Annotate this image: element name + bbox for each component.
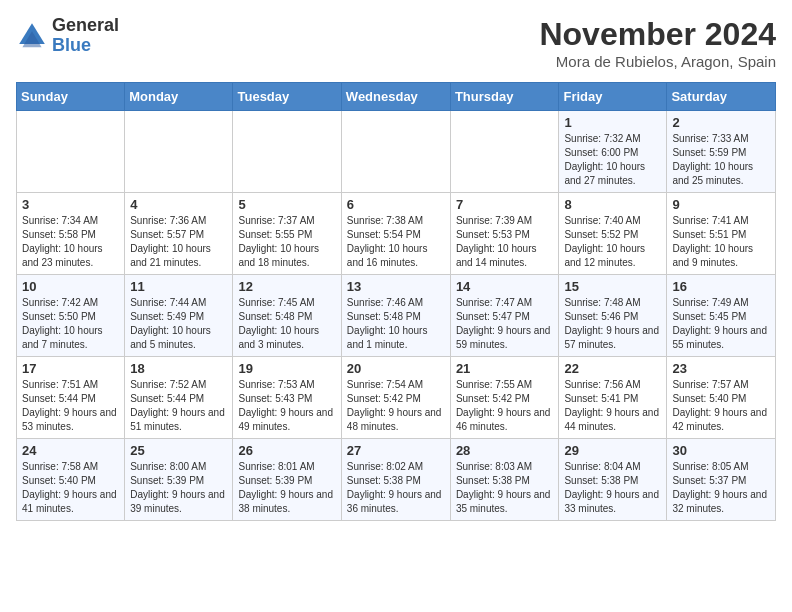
calendar-cell: 20Sunrise: 7:54 AM Sunset: 5:42 PM Dayli… (341, 357, 450, 439)
day-number: 21 (456, 361, 554, 376)
day-number: 19 (238, 361, 335, 376)
day-number: 3 (22, 197, 119, 212)
day-info: Sunrise: 7:33 AM Sunset: 5:59 PM Dayligh… (672, 132, 770, 188)
calendar-cell: 23Sunrise: 7:57 AM Sunset: 5:40 PM Dayli… (667, 357, 776, 439)
day-info: Sunrise: 7:45 AM Sunset: 5:48 PM Dayligh… (238, 296, 335, 352)
calendar-header: SundayMondayTuesdayWednesdayThursdayFrid… (17, 83, 776, 111)
day-number: 28 (456, 443, 554, 458)
day-info: Sunrise: 7:37 AM Sunset: 5:55 PM Dayligh… (238, 214, 335, 270)
day-info: Sunrise: 8:01 AM Sunset: 5:39 PM Dayligh… (238, 460, 335, 516)
day-number: 6 (347, 197, 445, 212)
logo: General Blue (16, 16, 119, 56)
day-number: 18 (130, 361, 227, 376)
day-info: Sunrise: 7:39 AM Sunset: 5:53 PM Dayligh… (456, 214, 554, 270)
calendar-cell: 22Sunrise: 7:56 AM Sunset: 5:41 PM Dayli… (559, 357, 667, 439)
calendar-cell: 3Sunrise: 7:34 AM Sunset: 5:58 PM Daylig… (17, 193, 125, 275)
calendar-cell: 19Sunrise: 7:53 AM Sunset: 5:43 PM Dayli… (233, 357, 341, 439)
weekday-header-sunday: Sunday (17, 83, 125, 111)
logo-general: General (52, 16, 119, 36)
day-number: 14 (456, 279, 554, 294)
day-info: Sunrise: 8:00 AM Sunset: 5:39 PM Dayligh… (130, 460, 227, 516)
day-number: 2 (672, 115, 770, 130)
weekday-header-row: SundayMondayTuesdayWednesdayThursdayFrid… (17, 83, 776, 111)
day-info: Sunrise: 7:38 AM Sunset: 5:54 PM Dayligh… (347, 214, 445, 270)
day-number: 22 (564, 361, 661, 376)
calendar-cell (125, 111, 233, 193)
calendar-cell: 24Sunrise: 7:58 AM Sunset: 5:40 PM Dayli… (17, 439, 125, 521)
calendar-cell: 21Sunrise: 7:55 AM Sunset: 5:42 PM Dayli… (450, 357, 559, 439)
weekday-header-saturday: Saturday (667, 83, 776, 111)
calendar-cell: 5Sunrise: 7:37 AM Sunset: 5:55 PM Daylig… (233, 193, 341, 275)
location: Mora de Rubielos, Aragon, Spain (539, 53, 776, 70)
calendar-cell: 9Sunrise: 7:41 AM Sunset: 5:51 PM Daylig… (667, 193, 776, 275)
calendar-cell: 1Sunrise: 7:32 AM Sunset: 6:00 PM Daylig… (559, 111, 667, 193)
day-number: 25 (130, 443, 227, 458)
title-area: November 2024 Mora de Rubielos, Aragon, … (539, 16, 776, 70)
calendar-week-2: 3Sunrise: 7:34 AM Sunset: 5:58 PM Daylig… (17, 193, 776, 275)
day-info: Sunrise: 7:47 AM Sunset: 5:47 PM Dayligh… (456, 296, 554, 352)
calendar-cell: 6Sunrise: 7:38 AM Sunset: 5:54 PM Daylig… (341, 193, 450, 275)
calendar-cell: 10Sunrise: 7:42 AM Sunset: 5:50 PM Dayli… (17, 275, 125, 357)
calendar-cell: 7Sunrise: 7:39 AM Sunset: 5:53 PM Daylig… (450, 193, 559, 275)
logo-icon (16, 20, 48, 52)
calendar-week-3: 10Sunrise: 7:42 AM Sunset: 5:50 PM Dayli… (17, 275, 776, 357)
day-number: 7 (456, 197, 554, 212)
calendar-week-5: 24Sunrise: 7:58 AM Sunset: 5:40 PM Dayli… (17, 439, 776, 521)
day-number: 13 (347, 279, 445, 294)
day-number: 30 (672, 443, 770, 458)
weekday-header-thursday: Thursday (450, 83, 559, 111)
calendar-cell (450, 111, 559, 193)
day-number: 15 (564, 279, 661, 294)
day-info: Sunrise: 7:53 AM Sunset: 5:43 PM Dayligh… (238, 378, 335, 434)
day-number: 26 (238, 443, 335, 458)
logo-blue: Blue (52, 36, 119, 56)
calendar-cell: 14Sunrise: 7:47 AM Sunset: 5:47 PM Dayli… (450, 275, 559, 357)
weekday-header-monday: Monday (125, 83, 233, 111)
weekday-header-friday: Friday (559, 83, 667, 111)
day-info: Sunrise: 7:41 AM Sunset: 5:51 PM Dayligh… (672, 214, 770, 270)
day-number: 8 (564, 197, 661, 212)
day-info: Sunrise: 7:55 AM Sunset: 5:42 PM Dayligh… (456, 378, 554, 434)
day-info: Sunrise: 7:36 AM Sunset: 5:57 PM Dayligh… (130, 214, 227, 270)
day-number: 9 (672, 197, 770, 212)
day-info: Sunrise: 7:42 AM Sunset: 5:50 PM Dayligh… (22, 296, 119, 352)
calendar-cell: 8Sunrise: 7:40 AM Sunset: 5:52 PM Daylig… (559, 193, 667, 275)
month-title: November 2024 (539, 16, 776, 53)
day-info: Sunrise: 7:51 AM Sunset: 5:44 PM Dayligh… (22, 378, 119, 434)
day-info: Sunrise: 7:56 AM Sunset: 5:41 PM Dayligh… (564, 378, 661, 434)
day-info: Sunrise: 7:49 AM Sunset: 5:45 PM Dayligh… (672, 296, 770, 352)
calendar-cell: 15Sunrise: 7:48 AM Sunset: 5:46 PM Dayli… (559, 275, 667, 357)
day-info: Sunrise: 8:02 AM Sunset: 5:38 PM Dayligh… (347, 460, 445, 516)
day-info: Sunrise: 7:52 AM Sunset: 5:44 PM Dayligh… (130, 378, 227, 434)
day-info: Sunrise: 7:57 AM Sunset: 5:40 PM Dayligh… (672, 378, 770, 434)
day-number: 10 (22, 279, 119, 294)
day-number: 5 (238, 197, 335, 212)
day-info: Sunrise: 7:46 AM Sunset: 5:48 PM Dayligh… (347, 296, 445, 352)
calendar-cell: 17Sunrise: 7:51 AM Sunset: 5:44 PM Dayli… (17, 357, 125, 439)
day-info: Sunrise: 7:58 AM Sunset: 5:40 PM Dayligh… (22, 460, 119, 516)
day-info: Sunrise: 7:32 AM Sunset: 6:00 PM Dayligh… (564, 132, 661, 188)
calendar-cell: 2Sunrise: 7:33 AM Sunset: 5:59 PM Daylig… (667, 111, 776, 193)
calendar-week-4: 17Sunrise: 7:51 AM Sunset: 5:44 PM Dayli… (17, 357, 776, 439)
calendar-cell: 25Sunrise: 8:00 AM Sunset: 5:39 PM Dayli… (125, 439, 233, 521)
calendar-table: SundayMondayTuesdayWednesdayThursdayFrid… (16, 82, 776, 521)
calendar-cell: 18Sunrise: 7:52 AM Sunset: 5:44 PM Dayli… (125, 357, 233, 439)
logo-text: General Blue (52, 16, 119, 56)
calendar-cell: 28Sunrise: 8:03 AM Sunset: 5:38 PM Dayli… (450, 439, 559, 521)
calendar-cell: 26Sunrise: 8:01 AM Sunset: 5:39 PM Dayli… (233, 439, 341, 521)
day-info: Sunrise: 7:40 AM Sunset: 5:52 PM Dayligh… (564, 214, 661, 270)
day-number: 1 (564, 115, 661, 130)
day-info: Sunrise: 7:44 AM Sunset: 5:49 PM Dayligh… (130, 296, 227, 352)
calendar-cell: 13Sunrise: 7:46 AM Sunset: 5:48 PM Dayli… (341, 275, 450, 357)
calendar-cell: 30Sunrise: 8:05 AM Sunset: 5:37 PM Dayli… (667, 439, 776, 521)
day-number: 17 (22, 361, 119, 376)
calendar-cell: 4Sunrise: 7:36 AM Sunset: 5:57 PM Daylig… (125, 193, 233, 275)
calendar-cell: 11Sunrise: 7:44 AM Sunset: 5:49 PM Dayli… (125, 275, 233, 357)
calendar-body: 1Sunrise: 7:32 AM Sunset: 6:00 PM Daylig… (17, 111, 776, 521)
day-info: Sunrise: 8:05 AM Sunset: 5:37 PM Dayligh… (672, 460, 770, 516)
calendar-cell: 16Sunrise: 7:49 AM Sunset: 5:45 PM Dayli… (667, 275, 776, 357)
day-info: Sunrise: 7:48 AM Sunset: 5:46 PM Dayligh… (564, 296, 661, 352)
day-number: 24 (22, 443, 119, 458)
day-number: 29 (564, 443, 661, 458)
weekday-header-wednesday: Wednesday (341, 83, 450, 111)
